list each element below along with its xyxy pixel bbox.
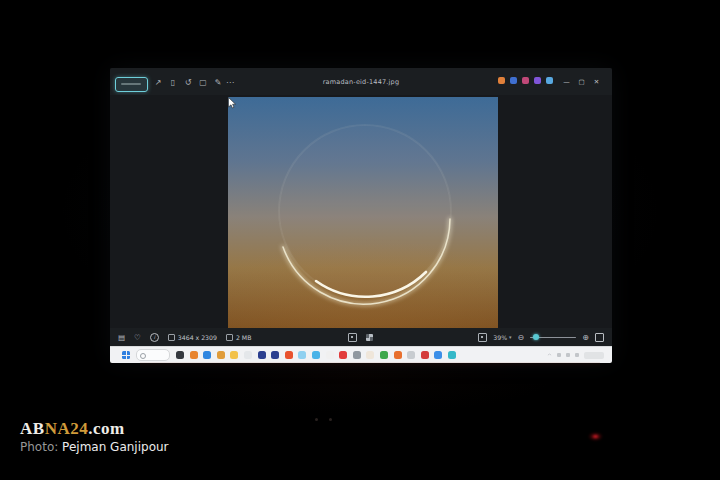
colored-app-icon[interactable] <box>546 77 553 84</box>
monitor-screen: ↗▯↺▢✎ ⋯ ramadan-eid-1447.jpg — ▢ ✕ <box>110 68 612 362</box>
colored-app-icon[interactable] <box>510 77 517 84</box>
viewer-statusbar: ▤ ♡ i 3464 x 2309 2 MB 39% ▾ ⊖ ⊕ <box>110 328 612 346</box>
system-tray: ^ <box>547 347 604 363</box>
taskbar-app-icon[interactable] <box>271 351 279 359</box>
actual-size-icon[interactable] <box>478 333 487 342</box>
filmstrip-icon[interactable]: ▤ <box>118 333 125 342</box>
tray-overflow-icon[interactable]: ^ <box>547 352 552 359</box>
zoom-slider[interactable] <box>530 333 576 341</box>
colored-app-icon[interactable] <box>498 77 505 84</box>
screen-reflection <box>140 362 600 369</box>
tray-icon[interactable] <box>575 353 579 357</box>
taskbar-app-icon[interactable] <box>244 351 252 359</box>
credit-name: Pejman Ganjipour <box>62 440 168 454</box>
favorite-icon[interactable]: ♡ <box>134 333 141 342</box>
bezel-dot <box>329 418 332 421</box>
brand-logo: ABNA24.com <box>20 419 169 439</box>
taskbar-app-icon[interactable] <box>353 351 361 359</box>
taskbar-app-icon[interactable] <box>339 351 347 359</box>
search-input[interactable] <box>136 349 170 361</box>
maximize-button[interactable]: ▢ <box>577 74 586 90</box>
taskbar-app-icon[interactable] <box>421 351 429 359</box>
taskbar-app-icon[interactable] <box>258 351 266 359</box>
taskbar-app-icon[interactable] <box>285 351 293 359</box>
background-grid-icon[interactable] <box>366 334 373 341</box>
bezel-dot <box>315 418 318 421</box>
zoom-out-icon[interactable]: ⊖ <box>518 333 525 342</box>
window-controls: — ▢ ✕ <box>562 74 601 90</box>
watermark: ABNA24.com Photo: Pejman Ganjipour <box>20 419 169 454</box>
taskbar-pinned-apps <box>176 351 456 359</box>
crescent-moon-photo[interactable] <box>228 97 498 328</box>
dimensions-icon <box>168 334 175 341</box>
colored-app-icon[interactable] <box>534 77 541 84</box>
image-dimensions: 3464 x 2309 <box>168 334 217 341</box>
chevron-down-icon: ▾ <box>509 334 512 340</box>
filesize-icon <box>226 334 233 341</box>
power-led <box>588 432 603 441</box>
mouse-cursor <box>228 97 237 109</box>
taskbar-app-icon[interactable] <box>326 351 334 359</box>
brand-part-suffix: .com <box>88 419 124 438</box>
taskbar-app-icon[interactable] <box>366 351 374 359</box>
photo-credit: Photo: Pejman Ganjipour <box>20 440 169 454</box>
taskbar-app-icon[interactable] <box>298 351 306 359</box>
edit-app-shortcuts <box>498 77 553 84</box>
taskbar-app-icon[interactable] <box>203 351 211 359</box>
zoom-slider-handle[interactable] <box>533 334 539 340</box>
brand-part-gold: NA24 <box>45 419 89 438</box>
info-icon[interactable]: i <box>150 333 159 342</box>
taskbar-app-icon[interactable] <box>394 351 402 359</box>
start-button[interactable] <box>122 351 130 359</box>
taskbar-app-icon[interactable] <box>448 351 456 359</box>
viewer-canvas <box>110 95 612 328</box>
zoom-level-dropdown[interactable]: 39% ▾ <box>493 334 511 341</box>
credit-label: Photo: <box>20 440 58 454</box>
close-button[interactable]: ✕ <box>592 74 601 90</box>
file-size: 2 MB <box>226 334 252 341</box>
taskbar-app-icon[interactable] <box>407 351 415 359</box>
brand-part-white: AB <box>20 419 45 438</box>
taskbar-app-icon[interactable] <box>380 351 388 359</box>
tray-icon[interactable] <box>566 353 570 357</box>
fullscreen-icon[interactable] <box>595 333 604 342</box>
taskbar-app-icon[interactable] <box>190 351 198 359</box>
zoom-in-icon[interactable]: ⊕ <box>582 333 589 342</box>
windows-taskbar: ^ <box>110 346 612 363</box>
taskbar-app-icon[interactable] <box>176 351 184 359</box>
fit-to-window-icon[interactable] <box>348 333 357 342</box>
taskbar-clock[interactable] <box>584 352 604 359</box>
crescent-moon-graphic <box>228 97 498 328</box>
colored-app-icon[interactable] <box>522 77 529 84</box>
taskbar-app-icon[interactable] <box>217 351 225 359</box>
taskbar-app-icon[interactable] <box>230 351 238 359</box>
taskbar-app-icon[interactable] <box>312 351 320 359</box>
tray-icon[interactable] <box>557 353 561 357</box>
viewer-titlebar: ↗▯↺▢✎ ⋯ ramadan-eid-1447.jpg — ▢ ✕ <box>110 68 612 95</box>
zoom-percent: 39% <box>493 334 507 341</box>
taskbar-app-icon[interactable] <box>434 351 442 359</box>
minimize-button[interactable]: — <box>562 74 571 90</box>
